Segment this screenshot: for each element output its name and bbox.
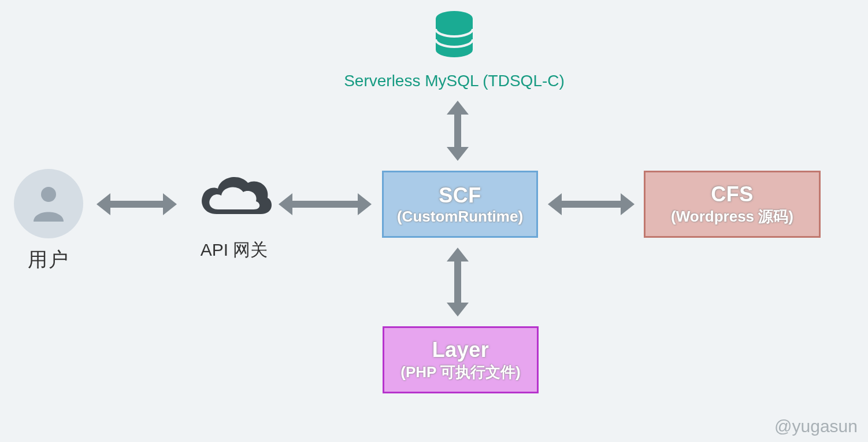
scf-subtitle: (CustomRuntime) (397, 208, 523, 226)
node-user: 用户 (14, 169, 83, 273)
api-gateway-label: API 网关 (201, 238, 268, 262)
cfs-title: CFS (711, 182, 754, 207)
database-label: Serverless MySQL (TDSQL-C) (344, 72, 565, 90)
node-scf: SCF (CustomRuntime) (382, 171, 538, 238)
user-avatar (14, 169, 83, 238)
scf-title: SCF (439, 183, 481, 208)
cloud-icon (194, 169, 275, 227)
database-icon (433, 10, 476, 64)
arrow-scf-layer (454, 260, 461, 304)
layer-subtitle: (PHP 可执行文件) (400, 362, 521, 382)
cfs-subtitle: (Wordpress 源码) (671, 207, 793, 227)
arrow-db-scf (454, 113, 461, 148)
node-database: Serverless MySQL (TDSQL-C) (356, 10, 552, 90)
watermark: @yugasun (774, 417, 858, 436)
svg-point-1 (41, 187, 56, 202)
arrow-api-scf (291, 201, 359, 208)
layer-title: Layer (432, 338, 489, 362)
arrow-user-api (109, 201, 164, 208)
node-api-gateway: API 网关 (188, 169, 280, 262)
arrow-scf-cfs (561, 201, 622, 208)
node-cfs: CFS (Wordpress 源码) (644, 171, 821, 238)
user-label: 用户 (28, 246, 69, 273)
user-icon (31, 185, 66, 223)
node-layer: Layer (PHP 可执行文件) (383, 326, 539, 393)
